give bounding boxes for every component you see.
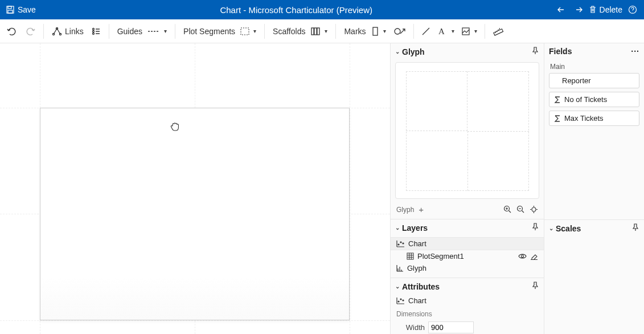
width-field-label: Width [396, 323, 425, 332]
pin-icon[interactable] [531, 47, 539, 56]
zoom-out-icon[interactable] [516, 205, 525, 214]
content-area: ⌄ Glyph Glyph + [0, 43, 644, 334]
svg-rect-25 [407, 253, 413, 259]
layer-row-chart[interactable]: Chart [391, 237, 544, 250]
svg-point-22 [398, 244, 399, 245]
guide-line-icon [147, 28, 160, 34]
attributes-section-label: Chart [408, 296, 426, 305]
text-mark-button[interactable]: A ▾ [434, 25, 457, 38]
trash-icon [589, 5, 597, 14]
undo-nav-left-button[interactable] [557, 6, 567, 14]
undo-button[interactable] [3, 24, 20, 39]
sigma-icon [554, 115, 561, 122]
zoom-in-icon[interactable] [503, 205, 512, 214]
glyph-tab-label[interactable]: Glyph [396, 206, 414, 214]
glyph-editor[interactable] [395, 62, 539, 199]
save-label: Save [18, 5, 36, 14]
svg-point-15 [395, 28, 400, 34]
symbol-mark-button[interactable] [391, 25, 409, 38]
chevron-down-icon: ▾ [253, 28, 256, 34]
line-mark-button[interactable] [419, 25, 433, 38]
chart-icon [396, 240, 405, 247]
right-panel-column: ⌄ Glyph Glyph + [390, 43, 544, 334]
marks-label: Marks [344, 27, 366, 36]
fields-main-label: Main [549, 62, 639, 73]
title-bar: Save Chart - Microsoft Charticulator (Pr… [0, 0, 644, 19]
more-options-button[interactable]: ··· [631, 47, 639, 56]
sigma-icon [554, 96, 561, 103]
add-glyph-button[interactable]: + [419, 205, 424, 214]
chart-icon [396, 297, 405, 304]
layer-glyph-label: Glyph [407, 264, 426, 272]
glyph-panel-title: Glyph [402, 47, 425, 56]
pin-icon[interactable] [531, 223, 539, 233]
rect-mark-icon [371, 27, 379, 36]
links-button[interactable]: Links [48, 25, 87, 38]
ruler-button[interactable] [490, 24, 507, 39]
chevron-down-icon: ▾ [474, 28, 477, 34]
save-button[interactable]: Save [6, 5, 36, 14]
svg-point-27 [398, 301, 399, 302]
chevron-down-icon[interactable]: ⌄ [395, 48, 400, 55]
links-icon [52, 27, 62, 36]
pin-icon[interactable] [631, 223, 639, 233]
svg-rect-12 [314, 28, 317, 35]
pin-icon[interactable] [531, 282, 539, 291]
svg-point-7 [92, 28, 94, 30]
layer-chart-label: Chart [408, 239, 426, 248]
grab-cursor-icon [170, 120, 181, 135]
field-reporter[interactable]: Reporter [549, 73, 639, 88]
plot-segments-label: Plot Segments [183, 27, 235, 36]
guides-label: Guides [117, 27, 142, 36]
main-toolbar: Links Guides ▾ Plot Segments ▾ Scaffolds… [0, 19, 644, 43]
marks-button[interactable]: Marks ▾ [341, 25, 389, 38]
region-icon [240, 27, 249, 35]
fields-panel-title: Fields [549, 47, 572, 56]
redo-button[interactable] [22, 24, 39, 39]
zoom-fit-icon[interactable] [530, 205, 538, 214]
svg-point-9 [92, 32, 94, 34]
svg-point-26 [522, 255, 524, 258]
chevron-down-icon[interactable]: ⌄ [549, 225, 553, 231]
svg-rect-13 [317, 28, 319, 35]
save-icon [6, 5, 15, 14]
scaffold-icon [310, 27, 321, 36]
chart-artboard[interactable] [40, 108, 350, 320]
legend-button[interactable] [88, 25, 104, 38]
help-button[interactable] [628, 5, 637, 14]
svg-point-29 [403, 300, 404, 301]
eye-icon[interactable] [518, 252, 527, 260]
fields-panel: Fields ··· Main Reporter No of Tickets [544, 43, 644, 220]
width-input[interactable] [428, 321, 474, 333]
icon-mark-button[interactable]: ▾ [458, 25, 480, 38]
layer-row-plotsegment[interactable]: PlotSegment1 [391, 250, 544, 262]
chart-canvas[interactable] [0, 43, 390, 334]
chevron-down-icon[interactable]: ⌄ [395, 283, 400, 290]
scaffolds-button[interactable]: Scaffolds ▾ [269, 25, 331, 38]
svg-point-21 [532, 207, 536, 211]
layers-panel: ⌄ Layers Chart PlotSe [391, 219, 544, 278]
chevron-down-icon: ▾ [452, 28, 454, 34]
attributes-panel-title: Attributes [402, 282, 440, 291]
guides-button[interactable]: Guides ▾ [114, 25, 170, 38]
redo-nav-right-button[interactable] [573, 6, 583, 14]
layer-row-glyph[interactable]: Glyph [391, 262, 544, 274]
chevron-down-icon[interactable]: ⌄ [395, 225, 400, 231]
svg-rect-11 [311, 28, 314, 35]
eraser-icon[interactable] [530, 252, 538, 260]
plot-segments-button[interactable]: Plot Segments ▾ [180, 25, 260, 38]
attributes-section-chart: Chart [391, 295, 544, 307]
delete-button[interactable]: Delete [589, 5, 622, 14]
window-title: Chart - Microsoft Charticulator (Preview… [36, 5, 557, 15]
svg-rect-14 [373, 27, 378, 35]
far-right-panel-column: Fields ··· Main Reporter No of Tickets [544, 43, 644, 334]
svg-rect-2 [8, 10, 13, 13]
chevron-down-icon: ▾ [383, 28, 386, 34]
glyph-icon [396, 264, 404, 272]
field-max-tickets[interactable]: Max Tickets [549, 111, 639, 126]
svg-point-28 [400, 299, 401, 300]
field-no-of-tickets[interactable]: No of Tickets [549, 92, 639, 107]
svg-point-8 [92, 30, 94, 32]
scales-panel-title: Scales [556, 224, 581, 233]
field-max-tickets-label: Max Tickets [564, 114, 604, 123]
